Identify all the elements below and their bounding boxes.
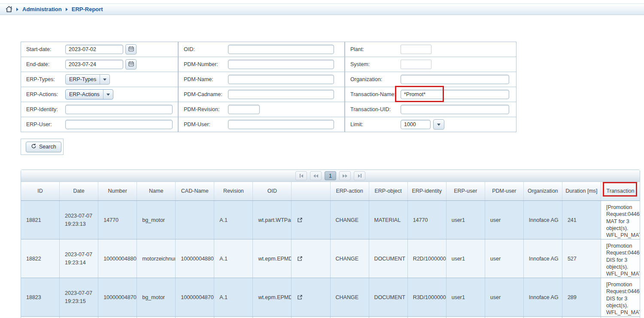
column-header-erp-object[interactable]: ERP-object xyxy=(369,182,408,200)
pdm-user-input[interactable] xyxy=(228,120,334,129)
column-header-number[interactable]: Number xyxy=(98,182,137,200)
home-icon[interactable] xyxy=(6,6,12,12)
cell-erp-identity: R3D/10000004870 xyxy=(408,278,447,316)
erp-user-input[interactable] xyxy=(65,120,173,129)
form-row-limit: Limit: xyxy=(345,117,516,132)
transaction-uid-input[interactable] xyxy=(401,105,509,114)
pdm-number-label: PDM-Number: xyxy=(179,61,228,67)
pdm-number-input[interactable] xyxy=(228,60,334,69)
form-row-erp-identity: ERP-Identity: xyxy=(21,102,178,117)
cell-transaction: [Promotion Request:04461]: DIS for 3 obj… xyxy=(601,278,640,316)
erp-actions-dropdown-value: ERP-Actions xyxy=(66,90,103,99)
cell-organization: Innoface AG xyxy=(524,239,562,278)
column-header-revision[interactable]: Revision xyxy=(214,182,253,200)
chevron-down-icon xyxy=(437,124,440,126)
form-row-start-date: Start-date: xyxy=(21,42,178,57)
form-row-transaction-uid: Transaction-UID: xyxy=(345,102,516,117)
cell-pdm-user: user xyxy=(485,239,524,278)
cell-transaction: [Promotion Request:04461]: DIS for 3 obj… xyxy=(601,239,640,278)
cell-oid: wt.epm.EPMDoc xyxy=(253,239,292,278)
cell-date: 2023-07-07 19:23:13 xyxy=(60,201,98,239)
pdm-user-label: PDM-User: xyxy=(179,121,228,127)
erp-types-dropdown[interactable]: ERP-Types xyxy=(65,74,110,85)
pdm-cadname-input[interactable] xyxy=(228,90,334,99)
paginator-prev-button[interactable] xyxy=(310,171,322,180)
external-link-icon[interactable] xyxy=(298,295,302,300)
cell-pdm-user: user xyxy=(485,278,524,316)
column-header-id[interactable]: ID xyxy=(21,182,60,200)
erp-report-page: Administration ERP-Report Start-date: En… xyxy=(0,0,644,318)
end-date-label: End-date: xyxy=(21,61,65,67)
cell-erp-action: CHANGE xyxy=(331,239,369,278)
table-header-row: ID Date Number Name CAD-Name Revision OI… xyxy=(21,182,640,201)
erp-types-label: ERP-Types: xyxy=(21,76,65,82)
cell-organization: Innoface AG xyxy=(524,278,562,316)
cell-link xyxy=(292,201,330,239)
end-date-input[interactable] xyxy=(65,60,123,69)
cell-number: 10000004870 xyxy=(98,278,137,316)
column-header-erp-identity[interactable]: ERP-identity xyxy=(408,182,447,200)
table-row[interactable]: 18821 2023-07-07 19:23:13 14770 bg_motor… xyxy=(21,201,640,239)
table-row[interactable]: 18822 2023-07-07 19:23:14 10000004880 mo… xyxy=(21,239,640,278)
search-button[interactable]: Search xyxy=(26,142,61,152)
column-header-erp-user[interactable]: ERP-user xyxy=(447,182,485,200)
form-row-organization: Organization: xyxy=(345,72,516,87)
paginator-first-button[interactable] xyxy=(295,171,307,180)
cell-duration: 241 xyxy=(562,201,601,239)
results-table: 1 ID Date Number Name CAD-Name Revision … xyxy=(21,170,640,318)
oid-label: OID: xyxy=(179,46,228,52)
table-row[interactable]: 18823 2023-07-07 19:23:15 10000004870 bg… xyxy=(21,278,640,317)
pdm-cadname-label: PDM-Cadname: xyxy=(179,91,228,97)
start-date-input[interactable] xyxy=(65,45,123,54)
external-link-icon[interactable] xyxy=(298,218,302,222)
erp-types-dropdown-value: ERP-Types xyxy=(66,75,100,84)
breadcrumb-item-administration[interactable]: Administration xyxy=(22,6,62,12)
form-row-pdm-cadname: PDM-Cadname: xyxy=(179,87,344,102)
refresh-icon xyxy=(31,143,36,150)
search-button-label: Search xyxy=(39,144,56,150)
column-header-erp-action[interactable]: ERP-action xyxy=(331,182,369,200)
cell-number: 14770 xyxy=(98,201,137,239)
transaction-name-input[interactable] xyxy=(401,90,509,99)
breadcrumb-item-erp-report[interactable]: ERP-Report xyxy=(72,6,103,12)
last-page-icon xyxy=(361,174,361,178)
limit-dropdown-button[interactable] xyxy=(433,119,444,130)
pdm-revision-input[interactable] xyxy=(228,105,260,114)
last-page-icon xyxy=(358,174,360,178)
erp-identity-input[interactable] xyxy=(65,105,173,114)
form-row-end-date: End-date: xyxy=(21,57,178,72)
system-input[interactable] xyxy=(401,60,431,69)
column-header-pdm-user[interactable]: PDM-user xyxy=(485,182,524,200)
form-row-system: System: xyxy=(345,57,516,72)
start-date-calendar-button[interactable] xyxy=(125,44,137,55)
chevron-right-icon xyxy=(16,8,18,11)
pdm-name-input[interactable] xyxy=(228,75,334,84)
erp-actions-dropdown[interactable]: ERP-Actions xyxy=(65,89,113,100)
column-header-cad-name[interactable]: CAD-Name xyxy=(176,182,214,200)
search-form: Start-date: End-date: ERP-Ty xyxy=(21,42,516,132)
cell-erp-user: user1 xyxy=(447,239,485,278)
external-link-icon[interactable] xyxy=(298,256,302,261)
cell-organization: Innoface AG xyxy=(524,201,562,239)
oid-input[interactable] xyxy=(228,45,334,54)
limit-input[interactable] xyxy=(401,120,431,129)
end-date-calendar-button[interactable] xyxy=(125,59,137,70)
column-header-organization[interactable]: Organization xyxy=(524,182,562,200)
column-header-duration[interactable]: Duration [ms] xyxy=(562,182,601,200)
transaction-name-label: Transaction-Name: xyxy=(345,91,401,97)
cell-transaction: [Promotion Request:04461]: MAT for 3 obj… xyxy=(601,201,640,239)
plant-input[interactable] xyxy=(401,45,431,54)
form-row-plant: Plant: xyxy=(345,42,516,57)
pdm-revision-label: PDM-Revision: xyxy=(179,106,228,112)
column-header-oid[interactable]: OID xyxy=(253,182,292,200)
column-header-date[interactable]: Date xyxy=(60,182,98,200)
paginator-page-1-button[interactable]: 1 xyxy=(325,171,336,180)
limit-label: Limit: xyxy=(345,121,401,127)
column-header-transaction[interactable]: Transaction xyxy=(601,182,640,200)
form-row-pdm-revision: PDM-Revision: xyxy=(179,102,344,117)
organization-input[interactable] xyxy=(401,75,509,84)
paginator-next-button[interactable] xyxy=(339,171,351,180)
paginator-last-button[interactable] xyxy=(354,171,365,180)
cell-erp-identity: 14770 xyxy=(408,201,447,239)
column-header-name[interactable]: Name xyxy=(137,182,176,200)
